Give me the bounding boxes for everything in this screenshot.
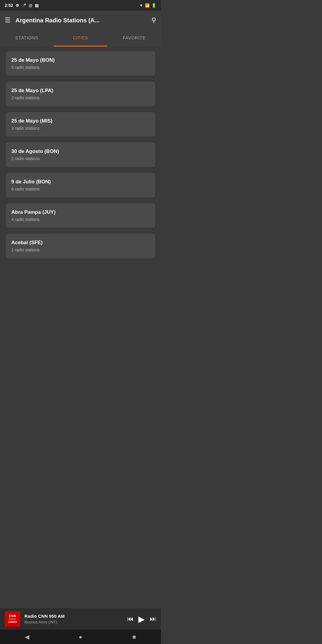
storage-icon: ▤	[35, 3, 38, 8]
city-name-4: 9 de Julio (BON)	[11, 179, 150, 185]
city-card-4[interactable]: 9 de Julio (BON) 6 radio stations	[6, 173, 155, 197]
tabs-bar: Stations Cities Favorite	[0, 30, 161, 47]
mic-icon: 🎤	[21, 3, 26, 8]
city-card-2[interactable]: 25 de Mayo (MIS) 3 radio stations	[6, 112, 155, 137]
status-time: 2:52	[5, 3, 13, 8]
city-card-0[interactable]: 25 de Mayo (BON) 5 radio stations	[6, 51, 155, 76]
city-stations-5: 4 radio stations	[11, 217, 150, 222]
city-name-2: 25 de Mayo (MIS)	[11, 118, 150, 124]
city-name-0: 25 de Mayo (BON)	[11, 57, 150, 63]
city-name-1: 25 de Mayo (LPA)	[11, 88, 150, 94]
city-card-6[interactable]: Acebal (SFE) 1 radio stations	[6, 234, 155, 258]
signal-icon: 📶	[145, 3, 150, 8]
toolbar: ☰ Argentina Radio Stations (A... ⚲	[0, 11, 161, 30]
battery-icon: 🔋	[151, 3, 156, 8]
city-card-3[interactable]: 30 de Agosto (BON) 2 radio stations	[6, 143, 155, 167]
at-icon: @	[29, 3, 32, 8]
settings-icon: ⚙	[16, 3, 19, 8]
city-name-5: Abra Pampa (JUY)	[11, 209, 150, 215]
city-name-6: Acebal (SFE)	[11, 240, 150, 246]
city-stations-4: 6 radio stations	[11, 187, 150, 191]
status-bar: 2:52 ⚙ 🎤 @ ▤ ▼ 📶 🔋	[0, 0, 161, 11]
city-card-1[interactable]: 25 de Mayo (LPA) 2 radio stations	[6, 82, 155, 106]
tab-stations[interactable]: Stations	[0, 30, 54, 47]
menu-icon[interactable]: ☰	[5, 16, 11, 24]
status-bar-left: 2:52 ⚙ 🎤 @ ▤	[5, 3, 38, 8]
city-stations-1: 2 radio stations	[11, 95, 150, 100]
page-title: Argentina Radio Stations (A...	[16, 17, 151, 24]
city-stations-2: 3 radio stations	[11, 126, 150, 131]
search-button[interactable]: ⚲	[151, 16, 156, 24]
city-stations-6: 1 radio stations	[11, 247, 150, 252]
city-card-5[interactable]: Abra Pampa (JUY) 4 radio stations	[6, 203, 155, 228]
city-stations-0: 5 radio stations	[11, 65, 150, 70]
cities-list: 25 de Mayo (BON) 5 radio stations 25 de …	[0, 47, 161, 306]
city-name-3: 30 de Agosto (BON)	[11, 148, 150, 154]
city-stations-3: 2 radio stations	[11, 156, 150, 161]
tab-favorite[interactable]: Favorite	[107, 30, 161, 47]
tab-cities[interactable]: Cities	[54, 30, 107, 47]
wifi-icon: ▼	[139, 3, 143, 8]
status-bar-right: ▼ 📶 🔋	[139, 3, 156, 8]
